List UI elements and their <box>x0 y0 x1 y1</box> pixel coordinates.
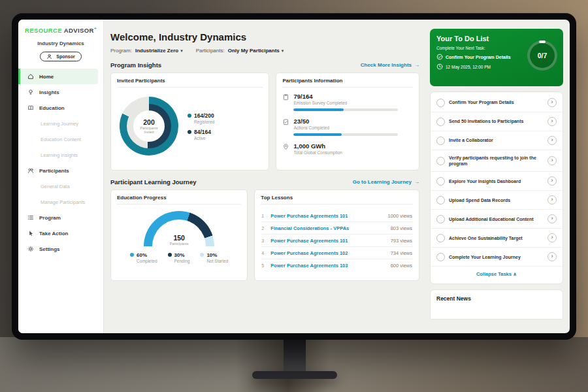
recent-news-title: Recent News <box>436 295 557 302</box>
legend-item-registered: 164/200 Registered <box>188 112 214 124</box>
chevron-right-icon[interactable]: › <box>547 136 557 145</box>
sidebar-item-learning-journey[interactable]: Learning Journey <box>18 116 103 131</box>
task-row-upload-educational-content[interactable]: Upload Additional Educational Content › <box>431 210 563 229</box>
task-checkbox[interactable] <box>436 118 445 126</box>
task-checkbox[interactable] <box>436 196 445 204</box>
task-label: Invite a Collaborator <box>449 137 544 143</box>
go-to-learning-journey-link[interactable]: Go to Learning Journey → <box>353 179 419 185</box>
page-title: Welcome, Industry Dynamics <box>110 31 419 42</box>
sidebar-item-take-action[interactable]: Take Action <box>18 225 103 241</box>
sidebar-item-label: Settings <box>39 246 60 252</box>
task-row-verify-participants[interactable]: Verify participants requesting to join t… <box>431 150 563 172</box>
task-row-send-invitations[interactable]: Send 50 Invitations to Participants › <box>431 112 563 131</box>
participants-select[interactable]: Only My Participants ▾ <box>228 48 284 54</box>
lesson-views: 1000 views <box>387 213 412 219</box>
check-more-insights-link[interactable]: Check More Insights → <box>361 62 419 68</box>
sidebar-item-manage-participants[interactable]: Manage Participants <box>18 194 103 210</box>
lesson-link[interactable]: Power Purchase Agreements 103 <box>270 263 386 269</box>
sidebar-item-label: Program <box>39 215 61 221</box>
todo-panel: Your To Do List Complete Your Next Task:… <box>426 20 570 333</box>
sidebar-item-label: Education <box>39 105 65 111</box>
sidebar-nav: Home Insights Education Learning Journey <box>18 69 103 257</box>
legend-item-pending: 30% Pending <box>168 252 190 263</box>
sidebar: RESOURCE ADVISOR+ Industry Dynamics Spon… <box>18 20 104 333</box>
card-title: Education Progress <box>117 195 241 204</box>
task-checkbox[interactable] <box>436 234 445 242</box>
stat-label: Total Global Consumption <box>293 150 342 155</box>
program-select[interactable]: Industrialize Zero ▾ <box>135 48 183 54</box>
monitor-stand-base <box>252 371 337 379</box>
sidebar-item-home[interactable]: Home <box>18 69 98 84</box>
task-row-complete-learning-journey[interactable]: Complete Your Learning Journey › <box>431 248 563 267</box>
chevron-right-icon[interactable]: › <box>547 156 557 165</box>
task-label: Complete Your Learning Journey <box>449 254 544 260</box>
task-checkbox[interactable] <box>436 137 445 145</box>
task-checkbox[interactable] <box>436 177 445 186</box>
chevron-right-icon[interactable]: › <box>547 117 557 126</box>
task-label: Upload Spend Data Records <box>449 197 544 203</box>
task-label: Explore Your Insights Dashboard <box>449 178 544 184</box>
task-row-upload-spend-data[interactable]: Upload Spend Data Records › <box>431 191 563 210</box>
task-checkbox[interactable] <box>436 157 445 165</box>
card-title: Participants Information <box>282 78 413 88</box>
lesson-views: 803 views <box>391 225 412 231</box>
settings-icon <box>27 246 35 252</box>
education-progress-card: Education Progress 150 Participants <box>110 189 248 281</box>
task-row-confirm-program[interactable]: Confirm Your Program Details › <box>431 93 563 112</box>
lesson-link[interactable]: Power Purchase Agreements 101 <box>270 213 384 219</box>
clock-icon <box>436 63 443 70</box>
chevron-right-icon[interactable]: › <box>547 233 557 242</box>
task-row-invite-collaborator[interactable]: Invite a Collaborator › <box>431 131 563 150</box>
chevron-right-icon[interactable]: › <box>547 195 557 204</box>
todo-hero-card: Your To Do List Complete Your Next Task:… <box>430 29 563 86</box>
stat-value: 1,000 GWh <box>293 142 342 150</box>
chevron-right-icon[interactable]: › <box>547 98 557 107</box>
dashboard-screen: RESOURCE ADVISOR+ Industry Dynamics Spon… <box>18 20 570 333</box>
lesson-link[interactable]: Power Purchase Agreements 101 <box>270 238 386 244</box>
participants-icon <box>27 167 35 174</box>
task-row-explore-insights[interactable]: Explore Your Insights Dashboard › <box>431 172 563 191</box>
sidebar-item-education-content[interactable]: Education Content <box>18 131 103 147</box>
participants-filter-label: Participants: <box>196 48 225 54</box>
sidebar-item-label: Learning Insights <box>41 152 78 158</box>
sidebar-item-label: Education Content <box>41 137 81 142</box>
brand-plus: + <box>94 26 97 31</box>
task-row-achieve-target[interactable]: Achieve One Sustainability Target › <box>431 229 563 248</box>
arrow-right-icon: → <box>414 179 419 185</box>
sidebar-item-learning-insights[interactable]: Learning Insights <box>18 147 103 163</box>
lesson-link[interactable]: Power Purchase Agreements 102 <box>270 250 386 256</box>
lesson-views: 734 views <box>391 250 412 256</box>
task-checkbox[interactable] <box>436 253 445 261</box>
lesson-row: 4 Power Purchase Agreements 102 734 view… <box>261 247 413 259</box>
task-checkbox[interactable] <box>436 99 445 107</box>
lesson-row: 3 Power Purchase Agreements 101 793 view… <box>261 235 413 247</box>
todo-progress-ring: 0/7 <box>527 41 557 71</box>
chevron-right-icon[interactable]: › <box>547 176 557 186</box>
chevron-right-icon[interactable]: › <box>547 252 557 261</box>
check-circle-icon <box>436 54 443 60</box>
legend-item-active: 84/164 Active <box>188 129 214 140</box>
recent-news-card: Recent News <box>430 289 563 319</box>
progress-track <box>293 133 398 136</box>
legend-item-not-started: 10% Not Started <box>200 252 228 263</box>
legend-dot <box>200 253 204 257</box>
sidebar-item-settings[interactable]: Settings <box>18 241 103 257</box>
task-label: Verify participants requesting to join t… <box>449 155 544 167</box>
stat-value: 23/50 <box>293 118 329 125</box>
sponsor-label: Sponsor <box>56 54 74 59</box>
donut-center: 200 Participants Invited <box>133 110 165 142</box>
lesson-link[interactable]: Financial Considerations - VPPAs <box>270 225 386 231</box>
chevron-right-icon[interactable]: › <box>547 214 557 223</box>
collapse-tasks-link[interactable]: Collapse Tasks ∧ <box>431 267 563 282</box>
sponsor-icon <box>46 54 54 59</box>
sidebar-item-participants[interactable]: Participants <box>18 163 103 178</box>
task-checkbox[interactable] <box>436 215 445 223</box>
sidebar-item-insights[interactable]: Insights <box>18 84 103 100</box>
sidebar-item-program[interactable]: Program <box>18 210 103 225</box>
stat-label: Actions Completed <box>293 125 329 130</box>
sponsor-badge: Sponsor <box>40 52 81 61</box>
sidebar-item-general-data[interactable]: General Data <box>18 178 103 194</box>
sidebar-item-education[interactable]: Education <box>18 100 103 116</box>
donut-center-value: 200 <box>143 118 155 126</box>
program-insights-title: Program Insights <box>110 61 161 69</box>
